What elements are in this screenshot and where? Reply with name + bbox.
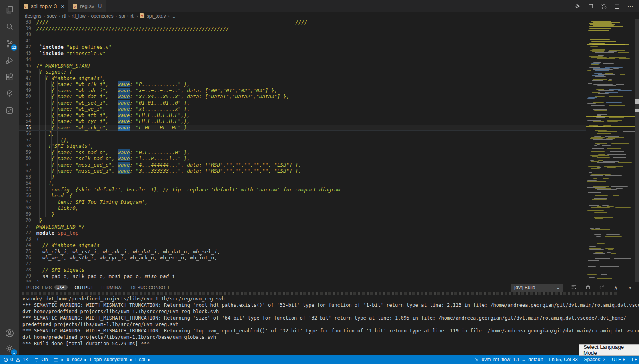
code-line[interactable]: 57 {}, [19,137,586,143]
clear-output-icon[interactable] [570,284,577,292]
dvt-icon[interactable] [0,102,19,119]
search-icon[interactable] [0,18,19,35]
code-line[interactable]: 55 { name: "wb_ack_o", wave: "L.HL...HL.… [19,125,586,131]
code-line[interactable]: 75 wb_clk_i, wb_rst_i, wb_adr_i, wb_dat_… [19,249,586,255]
breadcrumb-item[interactable]: rtl [62,13,66,19]
close-icon[interactable]: × [61,3,64,10]
breadcrumb-item[interactable]: spi [119,13,125,19]
code-line[interactable]: 40 [19,32,586,38]
code-line[interactable]: 74 // Wishbone signals [19,242,586,249]
code-line[interactable]: 51 { name: "wb_sel_i", wave: "01.01...01… [19,100,586,106]
code-line[interactable]: 47 ['Wishbone signals', [19,75,586,82]
code-line[interactable]: 50 { name: "wb_dat_i", wave: "x3.x4...x5… [19,93,586,100]
line-number: 61 [19,162,31,168]
code-line[interactable]: 43 `include "timescale.v" [19,50,586,57]
tab-terminal[interactable]: TERMINAL [101,282,124,292]
breadcrumb[interactable]: designs›socv›rtl›rtl_lpw›opencores›spi›r… [19,12,639,19]
code-line[interactable]: 79 ss_pad_o, sclk_pad_o, mosi_pad_o, mis… [19,273,586,280]
line-number: 44 [19,56,31,63]
breadcrumb-item[interactable]: rtl_lpw [72,13,86,19]
code-line[interactable]: 62 { name: "miso_pad_i", wave: "3...3333… [19,168,586,174]
breadcrumb-item[interactable]: opencores [91,13,113,19]
code-line[interactable]: 52 { name: "wb_we_i", wave: "xl.........… [19,106,586,112]
breadcrumb-item[interactable]: socv [47,13,57,19]
open-in-editor-icon[interactable] [598,284,605,292]
code-line[interactable]: 77 [19,261,586,267]
eol-sequence[interactable]: LF [632,357,637,362]
dvt-flow-status[interactable]: uvm_ref_flow_1.1 → default [474,357,543,362]
line-number: 73 [19,236,31,243]
code-line[interactable]: 76 wb_we_i, wb_stb_i, wb_cyc_i, wb_ack_o… [19,255,586,261]
code-line[interactable]: 59 { name: "ss_pad_o", wave: "H.L.......… [19,149,586,156]
breadcrumb-item[interactable]: rtl [130,13,134,19]
breadcrumb-tail[interactable]: ... [172,13,176,19]
more-actions-icon[interactable]: ⋯ [626,2,634,10]
unlock-scroll-icon[interactable] [584,284,591,291]
tab-output[interactable]: OUTPUT [75,282,94,292]
minimap[interactable] [586,19,635,282]
code-line[interactable]: 48 { name: "wb_clk_i", wave: "P.........… [19,81,586,88]
code-line[interactable]: 71@WAVEDROM_END */ [19,224,586,230]
code-line[interactable]: 61 { name: "mosi_pad_o", wave: "4...4444… [19,162,586,168]
breadcrumb-item[interactable]: designs [25,13,41,19]
code-line[interactable]: 38//// //// [19,19,586,26]
breadcrumb-file[interactable]: spi_top.v [147,13,166,19]
cursor-position[interactable]: Ln 55, Col 33 [549,357,577,362]
code-line[interactable]: 41 [19,38,586,44]
settings-gear-icon[interactable]: 1 [0,340,19,357]
output-log[interactable]: vscode/.dvt_home/predefined_projects/lib… [19,292,639,356]
code-line[interactable]: 60 { name: "sclk_pad_o", wave: "l...P...… [19,155,586,162]
code-line[interactable]: 68 tick:0, [19,205,586,211]
code-line[interactable]: 73( [19,236,586,243]
code-line[interactable]: 65 config: {skin:'default', hscale: 1}, … [19,187,586,193]
indentation[interactable]: Spaces: 2 [584,357,605,362]
code-line[interactable]: 46 { signal: [ [19,69,586,75]
tab-debug-console[interactable]: DEBUG CONSOLE [131,282,171,292]
hierarchy-item[interactable]: i_spi [135,357,145,362]
line-number: 68 [19,205,31,211]
output-channel-select[interactable]: [dvt] Build ⌄ [511,284,563,292]
scrollbar[interactable] [635,19,639,282]
code-line[interactable]: 49 { name: "wb_adr_i", wave: "x=..=..=..… [19,88,586,94]
split-editor-icon[interactable] [613,2,621,10]
hierarchy-item[interactable]: u_socv [67,357,82,362]
run-box-icon[interactable] [587,2,595,10]
tab-problems[interactable]: PROBLEMS 1K+ [26,282,68,292]
panel-actions: [dvt] Build ⌄ ∧ × [511,283,633,292]
code-line[interactable]: 44 [19,56,586,63]
code-line[interactable]: 70 } [19,217,586,224]
code-line[interactable]: 53 { name: "wb_stb_i", wave: "LH.L..H.L.… [19,112,586,119]
extensions-icon[interactable] [0,69,19,86]
code-line[interactable]: 80); [19,279,586,282]
code-line[interactable]: 64 ], [19,180,586,187]
code-line[interactable]: 66 head: { [19,193,586,199]
code-line[interactable]: 67 text:'SPI Top Timing Diagram', [19,199,586,205]
code-line[interactable]: 69 } [19,211,586,218]
hierarchy-item[interactable]: i_apb_subsystem [90,357,127,362]
settings-gear-icon[interactable] [573,2,581,10]
code-line[interactable]: 39//////////////////////////////////////… [19,26,586,32]
tab-reg-sv[interactable]: v reg.sv U [68,0,106,12]
code-line[interactable]: 58 ['SPI signals', [19,143,586,149]
code-line[interactable]: 45/* @WAVEDROM_START [19,63,586,69]
design-hierarchy[interactable]: ▶u_socv▶i_apb_subsystem▶i_spi▶ [53,357,151,362]
verification-icon[interactable] [0,86,19,102]
filter-toggle[interactable]: On [34,357,48,362]
encoding[interactable]: UTF-8 [612,357,625,362]
code-line[interactable]: 72module spi_top [19,230,586,236]
maximize-panel-icon[interactable]: ∧ [612,285,619,291]
account-icon[interactable] [0,325,19,342]
files-icon[interactable] [0,2,19,18]
code-line[interactable]: 63 ] [19,174,586,181]
problems-status[interactable]: 0 1K [3,357,28,362]
source-control-icon[interactable]: 12 [0,35,19,52]
code-line[interactable]: 54 { name: "wb_cyc_i", wave: "LH.L..H.L.… [19,118,586,125]
editor[interactable]: 38//// ////39///////////////////////////… [19,19,639,282]
tab-spi-top[interactable]: v spi_top.v 3 × [19,0,68,12]
diagram-icon[interactable] [600,2,608,10]
close-panel-icon[interactable]: × [626,285,633,291]
code-line[interactable]: 78 // SPI signals [19,267,586,273]
run-debug-icon[interactable] [0,52,19,69]
code-line[interactable]: 42 `include "spi_defines.v" [19,44,586,50]
code-line[interactable]: 56 ], [19,131,586,137]
